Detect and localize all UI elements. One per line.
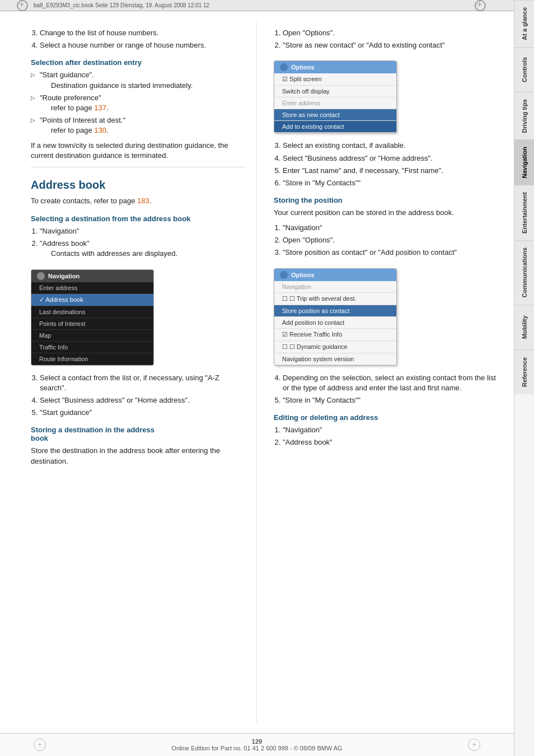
nav-title: Navigation <box>31 270 153 282</box>
opt-navigation-label: Navigation <box>274 281 396 293</box>
left-column: Change to the list of house numbers. Sel… <box>0 22 257 722</box>
list-item-sub: Contacts with addresses are displayed. <box>40 249 177 258</box>
sidebar-tab-communications[interactable]: Communications <box>514 240 534 304</box>
list-item: "Start guidance". Destination guidance i… <box>31 70 245 90</box>
opt-split-screen: Split screen <box>274 73 396 86</box>
footer-copyright: Online Edition for Part no. 01 41 2 600 … <box>171 745 342 752</box>
nav-item-last-dest: Last destinations <box>31 306 153 318</box>
list-item: Open "Options". <box>283 28 503 38</box>
right-sidebar: At a glance Controls Driving tips Naviga… <box>514 0 534 756</box>
options-screenshot-1: Options Split screen Switch off display … <box>274 60 397 133</box>
section-heading-selecting: Selecting a destination from the address… <box>31 214 245 223</box>
opt-receive-traffic: ☑ Receive Traffic Info <box>274 329 396 341</box>
opt-store-new-contact: Store as new contact <box>274 109 396 121</box>
sidebar-tab-reference[interactable]: Reference <box>514 349 534 394</box>
nav-item-address-book: ✓ Address book <box>31 294 153 306</box>
store-contact-steps: Open "Options". "Store as new contact" o… <box>283 28 503 50</box>
list-item: Enter "Last name" and, if necessary, "Fi… <box>283 166 503 176</box>
sidebar-tab-driving-tips[interactable]: Driving tips <box>514 92 534 140</box>
options-title-label-2: Options <box>291 272 315 278</box>
sidebar-tab-entertainment[interactable]: Entertainment <box>514 185 534 240</box>
corner-circle-top-left <box>17 0 28 11</box>
opt-trip-several: ☐ Trip with several dest. <box>274 293 396 305</box>
section-heading-edit-delete: Editing or deleting an address <box>274 413 503 422</box>
options-gear-icon-2 <box>280 271 288 279</box>
list-item: "Navigation" <box>283 425 503 435</box>
list-item: "Address book" Contacts with addresses a… <box>40 239 245 259</box>
options-screenshot-1-wrapper: Options Split screen Switch off display … <box>274 55 397 139</box>
list-item: Open "Options". <box>283 235 503 245</box>
page-ref-183[interactable]: 183 <box>137 197 149 205</box>
page-footer: 129 Online Edition for Part no. 01 41 2 … <box>0 733 514 756</box>
list-item: Select a contact from the list or, if ne… <box>40 373 245 393</box>
storing-pos-intro: Your current position can be stored in t… <box>274 208 503 218</box>
options-screenshot-2-wrapper: Options Navigation ☐ Trip with several d… <box>274 263 397 371</box>
intro-list: Change to the list of house numbers. Sel… <box>40 28 245 50</box>
nav-title-label: Navigation <box>48 273 79 279</box>
nav-item-route-info: Route Information <box>31 353 153 365</box>
nav-item-map: Map <box>31 330 153 342</box>
sidebar-tab-at-a-glance[interactable]: At a glance <box>514 0 534 47</box>
crosshair-icon <box>18 2 26 10</box>
page-number: 129 <box>252 738 262 745</box>
corner-circle-top-right <box>475 0 486 11</box>
page-wrapper: ba8_E9293M3_cic.book Seite 129 Dienstag,… <box>0 0 514 756</box>
options-title-1: Options <box>274 61 396 73</box>
storing-pos-steps: "Navigation" Open "Options". "Store posi… <box>283 223 503 258</box>
sidebar-tab-navigation[interactable]: Navigation <box>514 139 534 185</box>
selecting-steps: "Navigation" "Address book" Contacts wit… <box>40 226 245 259</box>
list-item-sub: refer to page 130. <box>40 126 109 134</box>
list-item: "Store in "My Contacts"" <box>283 395 503 405</box>
options-screenshot-2: Options Navigation ☐ Trip with several d… <box>274 268 397 366</box>
list-item: "Start guidance" <box>40 408 245 418</box>
opt-dynamic-guidance: ☐ Dynamic guidance <box>274 341 396 353</box>
list-item: "Store as new contact" or "Add to existi… <box>283 40 503 50</box>
list-item: Select "Business address" or "Home addre… <box>283 153 503 164</box>
header-bar: ba8_E9293M3_cic.book Seite 129 Dienstag,… <box>0 0 514 11</box>
header-file-info: ba8_E9293M3_cic.book Seite 129 Dienstag,… <box>34 2 209 8</box>
opt-enter-address: Enter address <box>274 97 396 109</box>
options-gear-icon <box>280 63 288 71</box>
list-item-sub: refer to page 137. <box>40 104 109 112</box>
selection-note: If a new town/city is selected during de… <box>31 141 245 162</box>
list-item: "Navigation" <box>283 223 503 233</box>
nav-item-traffic: Traffic Info <box>31 342 153 353</box>
nav-gear-icon <box>37 272 45 280</box>
list-item: Select an existing contact, if available… <box>283 141 503 151</box>
opt-nav-system-version: Navigation system version <box>274 353 396 365</box>
right-column: Open "Options". "Store as new contact" o… <box>257 22 514 722</box>
content-columns: Change to the list of house numbers. Sel… <box>0 11 514 733</box>
section-heading-storing-pos: Storing the position <box>274 196 503 204</box>
store-contact-steps-2: Select an existing contact, if available… <box>283 141 503 188</box>
selection-list: "Start guidance". Destination guidance i… <box>31 70 245 136</box>
opt-add-position: Add position to contact <box>274 317 396 329</box>
options-title-label: Options <box>291 64 315 71</box>
opt-add-existing-contact: Add to existing contact <box>274 121 396 133</box>
nav-screenshot-wrapper: Navigation Enter address ✓ Address book … <box>31 264 154 371</box>
list-item: "Store position as contact" or "Add posi… <box>283 248 503 258</box>
list-item: "Address book" <box>283 437 503 447</box>
edit-delete-steps: "Navigation" "Address book" <box>283 425 503 447</box>
sidebar-tab-controls[interactable]: Controls <box>514 47 534 92</box>
nav-item-poi: Points of Interest <box>31 318 153 330</box>
corner-circle-bottom-right <box>468 739 480 751</box>
nav-screenshot: Navigation Enter address ✓ Address book … <box>31 269 154 366</box>
corner-circle-bottom-left <box>34 739 46 751</box>
section-heading-selection: Selection after destination entry <box>31 58 245 67</box>
crosshair-icon-right <box>476 2 484 10</box>
page-ref-130[interactable]: 130 <box>94 126 106 134</box>
list-item: "Points of Interest at dest." refer to p… <box>31 115 245 136</box>
opt-store-position: Store position as contact <box>274 305 396 317</box>
address-book-heading: Address book <box>31 179 245 192</box>
page-ref-137[interactable]: 137 <box>94 104 106 112</box>
footer-center: 129 Online Edition for Part no. 01 41 2 … <box>171 738 342 752</box>
sidebar-tab-mobility[interactable]: Mobility <box>514 305 534 349</box>
list-item: Depending on the selection, select an ex… <box>283 373 503 393</box>
list-item: "Navigation" <box>40 226 245 236</box>
storing-pos-steps-2: Depending on the selection, select an ex… <box>283 373 503 406</box>
storing-dest-intro: Store the destination in the address boo… <box>31 446 245 467</box>
list-item-sub: Destination guidance is started immediat… <box>40 81 193 90</box>
address-book-intro: To create contacts, refer to page 183. <box>31 196 245 207</box>
list-item: Change to the list of house numbers. <box>40 28 245 38</box>
list-item: "Store in "My Contacts"" <box>283 178 503 188</box>
